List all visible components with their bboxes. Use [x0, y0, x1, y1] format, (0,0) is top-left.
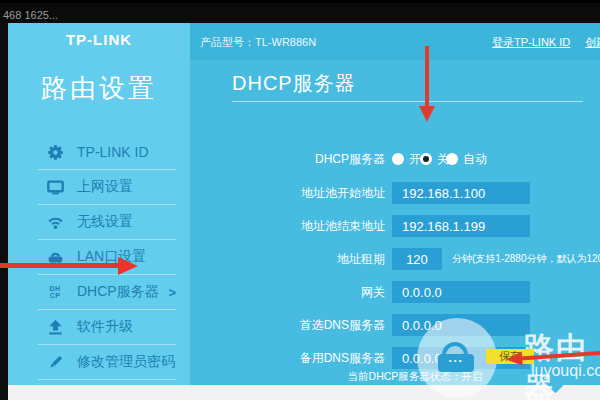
lease-time-hint: 分钟(支持1-2880分钟，默认为120分钟) — [452, 248, 600, 270]
wifi-icon — [46, 213, 64, 231]
dhcp-mode-row: DHCP服务器 开 关 自动 — [190, 148, 600, 170]
sidebar-item-label: TP-LINK ID — [77, 144, 149, 160]
login-tplink-id-link[interactable]: 登录TP-LINK ID — [492, 36, 570, 48]
pool-end-input[interactable] — [392, 215, 530, 237]
sidebar-item-firmware-upgrade[interactable]: 软件升级 — [8, 310, 190, 344]
header-links: 登录TP-LINK ID 创建TP-LINK ID — [480, 35, 600, 50]
radio-circle-icon — [446, 153, 458, 165]
dhcp-on-radio[interactable]: 开 — [392, 148, 421, 170]
pencil-icon — [46, 353, 64, 371]
dhcp-auto-radio[interactable]: 自动 — [446, 148, 487, 170]
monitor-icon — [46, 178, 64, 196]
red-arrow-to-dhcp-menu — [0, 257, 140, 275]
pool-start-input[interactable] — [392, 182, 530, 204]
sidebar-item-label: DHCP服务器 — [77, 283, 159, 301]
sidebar: TP-LINK 路由设置 TP-LINK ID — [8, 23, 190, 385]
gateway-row: 网关 — [190, 281, 600, 303]
secondary-dns-label: 备用DNS服务器 — [190, 347, 385, 369]
lease-time-label: 地址租期 — [190, 248, 385, 270]
sidebar-item-dhcp-server[interactable]: DHCP DHCP服务器 > — [8, 275, 190, 309]
gateway-input[interactable] — [392, 281, 530, 303]
sidebar-item-change-admin-password[interactable]: 修改管理员密码 — [8, 345, 190, 379]
primary-dns-label: 首选DNS服务器 — [190, 314, 385, 336]
divider — [38, 379, 176, 380]
os-top-bar: 468 1625... — [0, 0, 600, 23]
dhcp-icon: DHCP — [46, 283, 64, 301]
chevron-right-icon: > — [168, 285, 176, 300]
bottom-strip — [8, 385, 600, 400]
os-bar-text: 468 1625... — [3, 9, 58, 21]
red-arrow-to-off-radio — [419, 46, 435, 122]
arrowhead-down — [419, 106, 435, 122]
pool-start-label: 地址池开始地址 — [190, 182, 385, 204]
router-body: ··· — [438, 354, 474, 372]
sidebar-item-tplink-id[interactable]: TP-LINK ID — [8, 135, 190, 169]
content-header: 产品型号：TL-WR886N 登录TP-LINK ID 创建TP-LINK ID — [190, 23, 600, 60]
sidebar-title: 路由设置 — [8, 71, 190, 106]
lease-time-row: 地址租期 分钟(支持1-2880分钟，默认为120分钟) — [190, 248, 600, 270]
product-model-label: 产品型号：TL-WR886N — [200, 35, 316, 50]
left-black-strip — [0, 23, 8, 400]
pool-end-row: 地址池结束地址 — [190, 215, 600, 237]
title-divider — [232, 101, 583, 102]
dhcp-off-radio[interactable]: 关 — [420, 148, 449, 170]
sidebar-item-label: 软件升级 — [77, 318, 133, 336]
router-icon: ··· — [438, 342, 474, 372]
sidebar-item-label: 上网设置 — [77, 178, 133, 196]
radio-circle-icon — [420, 153, 432, 165]
sidebar-item-label: 修改管理员密码 — [77, 353, 175, 371]
gateway-label: 网关 — [190, 281, 385, 303]
dhcp-mode-label: DHCP服务器 — [190, 148, 385, 170]
page-title: DHCP服务器 — [232, 70, 356, 97]
tplink-logo: TP-LINK — [8, 31, 190, 48]
router-admin-screen: 468 1625... TP-LINK 路由设置 TP-LINK I — [0, 0, 600, 400]
upload-arrow-icon — [46, 318, 64, 336]
create-tplink-id-link[interactable]: 创建TP-LINK ID — [585, 36, 600, 48]
radio-label: 自动 — [463, 151, 487, 168]
arrowhead-right — [118, 257, 138, 275]
pool-start-row: 地址池开始地址 — [190, 182, 600, 204]
sidebar-item-label: 无线设置 — [77, 213, 133, 231]
watermark-site: luyouqi.com — [531, 362, 600, 380]
lease-time-input[interactable] — [392, 248, 442, 270]
sidebar-item-wireless-settings[interactable]: 无线设置 — [8, 205, 190, 239]
pool-end-label: 地址池结束地址 — [190, 215, 385, 237]
radio-circle-icon — [392, 153, 404, 165]
gear-icon — [46, 143, 64, 161]
sidebar-item-internet-settings[interactable]: 上网设置 — [8, 170, 190, 204]
